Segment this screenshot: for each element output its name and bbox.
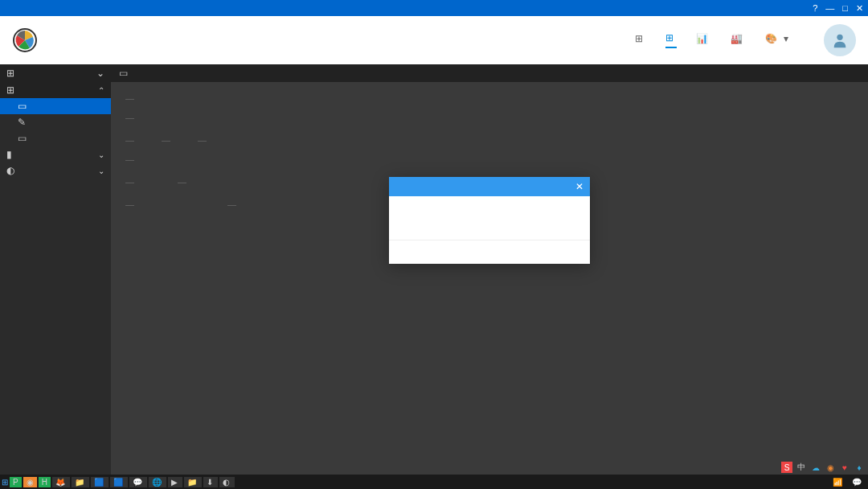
task-item[interactable]: 📁 xyxy=(184,477,202,487)
task-item[interactable]: ◐ xyxy=(219,477,235,487)
ok-button[interactable] xyxy=(389,240,590,264)
task-item[interactable]: 📁 xyxy=(72,477,89,487)
nav-industrial[interactable]: 🏭 xyxy=(731,33,746,47)
sidebar-item-frames[interactable]: ▭ xyxy=(0,130,111,146)
dialog-icon: ▭ xyxy=(18,101,27,112)
user-icon xyxy=(831,31,849,49)
frame-icon: ▭ xyxy=(18,133,27,144)
content-area: ▭ xyxy=(111,64,868,475)
sidebar: ⊞ ⌄ ⊞ ⌃ ▭ ✎ ▭ ▮ ⌄ ◐ ⌄ xyxy=(0,64,111,475)
modal-overlay: ✕ xyxy=(111,64,868,475)
task-item[interactable]: 🦊 xyxy=(52,477,70,487)
avatar[interactable] xyxy=(824,24,856,56)
sidebar-item-dialogs[interactable]: ▭ xyxy=(0,98,111,114)
window-titlebar: ? — □ ✕ xyxy=(0,0,868,16)
chart-icon: 📊 xyxy=(696,33,708,44)
sidebar-item-forms[interactable]: ⊞ ⌃ xyxy=(0,82,111,98)
tray-wifi-icon[interactable]: 📶 xyxy=(833,478,842,487)
factory-icon: 🏭 xyxy=(731,33,743,44)
chevron-down-icon: ⌄ xyxy=(96,68,104,79)
system-tray: 📶 💬 xyxy=(828,478,866,487)
minimize-icon[interactable]: — xyxy=(825,3,834,14)
nav-charts[interactable]: 📊 xyxy=(696,33,711,47)
task-item[interactable]: 💬 xyxy=(129,477,147,487)
task-item[interactable]: ▶ xyxy=(168,477,182,487)
theme-icon: 🎨 xyxy=(765,33,777,44)
task-item[interactable]: 🌐 xyxy=(149,477,166,487)
grid-icon: ⊞ xyxy=(6,68,14,79)
task-item[interactable]: ⬇ xyxy=(203,477,218,487)
edit-icon: ✎ xyxy=(18,117,26,128)
sidebar-item-industrial[interactable]: ◐ ⌄ xyxy=(0,162,111,179)
chevron-down-icon: ⌄ xyxy=(98,166,104,175)
circle-icon[interactable]: ◉ xyxy=(825,462,836,473)
window-icon: ⊞ xyxy=(6,84,14,96)
sidebar-header-controls[interactable]: ⊞ ⌄ xyxy=(0,64,111,82)
task-item[interactable]: ◉ xyxy=(23,477,37,487)
chevron-down-icon: ▾ xyxy=(784,33,788,44)
tray-notifications-icon[interactable]: 💬 xyxy=(852,478,862,487)
prompt-dialog: ✕ xyxy=(389,177,590,264)
task-item[interactable]: P xyxy=(10,477,22,487)
top-nav: ⊞ ⊞ 📊 🏭 🎨▾ xyxy=(635,24,856,56)
gauge-icon: ◐ xyxy=(6,165,14,176)
app-header: ⊞ ⊞ 📊 🏭 🎨▾ xyxy=(0,16,868,64)
nav-controls[interactable]: ⊞ xyxy=(635,33,646,47)
chevron-down-icon: ⌄ xyxy=(98,150,104,159)
logo-icon xyxy=(12,27,38,53)
task-item[interactable]: 🟦 xyxy=(110,477,128,487)
chevron-up-icon: ⌃ xyxy=(98,86,104,95)
sogou-icon[interactable]: S xyxy=(781,462,792,473)
close-icon[interactable]: ✕ xyxy=(856,3,863,14)
taskbar: ⊞ P ◉ H 🦊 📁 🟦 🟦 💬 🌐 ▶ 📁 ⬇ ◐ 📶 💬 xyxy=(0,475,868,489)
nav-forms[interactable]: ⊞ xyxy=(665,32,677,48)
ime-icon[interactable]: 中 xyxy=(796,462,807,473)
tray-notification-icons: S 中 ☁ ◉ ♥ ♦ xyxy=(781,462,865,473)
window-icon: ⊞ xyxy=(665,32,674,43)
task-item[interactable]: H xyxy=(39,477,51,487)
logo xyxy=(12,27,43,53)
svg-point-1 xyxy=(837,35,842,40)
sidebar-item-charts[interactable]: ▮ ⌄ xyxy=(0,146,111,162)
dialog-titlebar: ✕ xyxy=(389,177,590,196)
cloud-icon[interactable]: ☁ xyxy=(810,462,821,473)
dialog-message xyxy=(389,196,590,240)
start-button[interactable]: ⊞ xyxy=(2,478,8,487)
shield-icon[interactable]: ♦ xyxy=(854,462,865,473)
grid-icon: ⊞ xyxy=(635,33,643,44)
sidebar-item-editor[interactable]: ✎ xyxy=(0,114,111,130)
help-icon[interactable]: ? xyxy=(813,3,817,14)
close-icon[interactable]: ✕ xyxy=(575,181,583,192)
heart-icon[interactable]: ♥ xyxy=(839,462,850,473)
nav-theme[interactable]: 🎨▾ xyxy=(765,33,788,47)
task-item[interactable]: 🟦 xyxy=(91,477,108,487)
chart-icon: ▮ xyxy=(6,149,12,160)
maximize-icon[interactable]: □ xyxy=(842,3,848,14)
